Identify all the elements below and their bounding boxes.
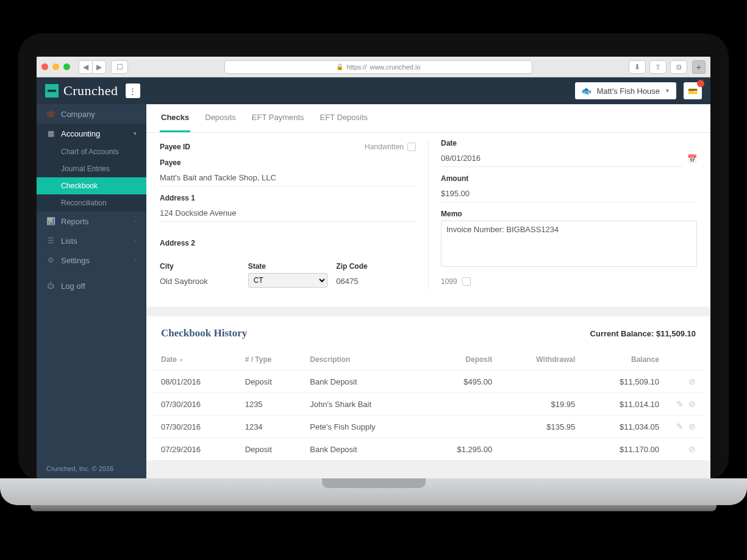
sidebar-item-label: Log off — [61, 282, 85, 291]
sidebar-sub-journal-entries[interactable]: Journal Entries — [37, 160, 146, 177]
tab-eft-payments[interactable]: EFT Payments — [251, 104, 306, 132]
void-icon[interactable]: ⊘ — [688, 422, 696, 431]
sidebar-item-lists[interactable]: ☰ Lists ‹ — [37, 231, 146, 250]
cell-balance: $11,014.10 — [584, 393, 668, 416]
date-field[interactable]: 08/01/2016 — [441, 150, 682, 167]
cell-withdrawal — [501, 370, 584, 393]
cell-balance: $11,034.05 — [584, 416, 668, 438]
sidebar-item-settings[interactable]: ⚙ Settings ‹ — [37, 250, 146, 270]
tab-checks[interactable]: Checks — [160, 104, 190, 132]
cell-deposit: $495.00 — [423, 370, 501, 393]
cell-desc: Bank Deposit — [301, 438, 423, 461]
tab-deposits[interactable]: Deposits — [204, 104, 237, 132]
1099-label: 1099 — [441, 277, 457, 286]
cell-numtype: 1235 — [237, 393, 302, 416]
amount-field[interactable]: $195.00 — [441, 185, 697, 202]
zoom-icon[interactable] — [63, 63, 70, 70]
table-row[interactable]: 07/30/20161235John's Shark Bait$19.95$11… — [152, 393, 704, 416]
grid-icon: ▦ — [46, 129, 55, 138]
col-date[interactable]: Date▼ — [152, 349, 237, 370]
col-deposit[interactable]: Deposit — [423, 349, 501, 370]
col-desc[interactable]: Description — [301, 349, 423, 370]
nav-back-forward[interactable]: ◀ ▶ — [79, 60, 106, 74]
zip-label: Zip Code — [336, 262, 416, 271]
account-card-button[interactable]: 💳 — [684, 82, 702, 99]
state-select[interactable]: CT — [248, 273, 328, 288]
calendar-icon[interactable]: 📅 — [682, 151, 697, 167]
address1-field[interactable]: 124 Dockside Avenue — [160, 205, 416, 222]
sidebar-toggle-button[interactable]: ☐ — [111, 60, 128, 74]
new-tab-button[interactable]: + — [692, 60, 706, 74]
sidebar-item-label: Settings — [61, 256, 90, 265]
window-controls[interactable] — [41, 63, 70, 70]
address-bar[interactable]: 🔒 https://www.crunched.io — [224, 60, 532, 74]
cell-balance: $11,509.10 — [584, 370, 668, 393]
checkbox-icon[interactable] — [407, 143, 416, 151]
city-field[interactable]: Old Saybrook — [160, 273, 240, 289]
fish-icon: 🐟 — [581, 86, 592, 96]
zip-field[interactable]: 06475 — [336, 273, 416, 289]
sidebar-sub-chart-of-accounts[interactable]: Chart of Accounts — [37, 143, 146, 160]
table-row[interactable]: 07/30/20161234Pete's Fish Supply$135.95$… — [152, 416, 704, 438]
sidebar-item-reports[interactable]: 📊 Reports ‹ — [37, 211, 146, 231]
current-balance: Current Balance: $11,509.10 — [590, 329, 696, 338]
sidebar-sub-checkbook[interactable]: Checkbook — [37, 177, 146, 194]
void-icon[interactable]: ⊘ — [688, 377, 696, 386]
sidebar-item-company[interactable]: 💼 Company — [37, 104, 146, 124]
checkbox-icon[interactable] — [462, 277, 471, 286]
table-row[interactable]: 07/29/2016DepositBank Deposit$1,295.00$1… — [152, 438, 704, 461]
company-switcher[interactable]: 🐟 Matt's Fish House ▼ — [575, 82, 676, 99]
void-icon[interactable]: ⊘ — [688, 399, 696, 409]
back-button[interactable]: ◀ — [79, 60, 92, 74]
close-icon[interactable] — [41, 63, 48, 70]
lock-icon: 🔒 — [336, 63, 343, 70]
edit-icon[interactable]: ✎ — [676, 422, 684, 431]
edit-icon[interactable]: ✎ — [676, 399, 684, 409]
cell-deposit — [423, 416, 501, 438]
handwritten-label: Handwritten — [365, 143, 404, 151]
sidebar-item-accounting[interactable]: ▦ Accounting ▾ — [37, 124, 146, 143]
address2-label: Address 2 — [160, 239, 416, 247]
tab-bar: Checks Deposits EFT Payments EFT Deposit… — [146, 104, 710, 133]
power-icon: ⏻ — [46, 282, 55, 290]
card-icon: 💳 — [688, 87, 698, 96]
col-numtype[interactable]: # / Type — [237, 349, 302, 370]
payee-label: Payee — [160, 158, 416, 167]
table-row[interactable]: 08/01/2016DepositBank Deposit$495.00$11,… — [152, 370, 704, 393]
memo-field[interactable]: Invoice Number: BIGBASS1234 — [441, 221, 697, 267]
cell-numtype: Deposit — [237, 370, 302, 393]
tab-label: EFT Deposits — [320, 113, 368, 122]
chart-icon: 📊 — [46, 217, 55, 225]
sidebar-item-label: Accounting — [61, 129, 100, 138]
brand-name: Crunched — [63, 83, 118, 99]
sidebar-item-logoff[interactable]: ⏻ Log off — [37, 276, 146, 296]
col-balance[interactable]: Balance — [584, 349, 668, 370]
date-label: Date — [441, 139, 697, 147]
browser-toolbar: ◀ ▶ ☐ 🔒 https://www.crunched.io ⬇ ⇪ ⧉ + — [37, 57, 710, 77]
cell-withdrawal — [501, 438, 584, 461]
history-title: Checkbook History — [161, 327, 247, 339]
void-icon[interactable]: ⊘ — [688, 444, 696, 454]
sidebar-sub-label: Checkbook — [61, 182, 98, 190]
cell-date: 07/29/2016 — [152, 438, 237, 461]
payee-field[interactable]: Matt's Bait and Tackle Shop, LLC — [160, 169, 416, 186]
cell-numtype: 1234 — [237, 416, 302, 438]
tabs-button[interactable]: ⧉ — [670, 60, 687, 74]
app-header: Crunched ⋮ 🐟 Matt's Fish House ▼ 💳 — [37, 77, 710, 104]
tab-eft-deposits[interactable]: EFT Deposits — [319, 104, 370, 132]
sort-desc-icon: ▼ — [179, 358, 184, 363]
forward-button[interactable]: ▶ — [92, 60, 106, 74]
minimize-icon[interactable] — [52, 63, 59, 70]
handwritten-toggle[interactable]: Handwritten — [365, 143, 416, 151]
amount-label: Amount — [441, 174, 697, 183]
1099-toggle[interactable]: 1099 — [441, 277, 697, 286]
brand-logo[interactable]: Crunched — [45, 83, 118, 99]
col-withdrawal[interactable]: Withdrawal — [501, 349, 584, 370]
menu-toggle-button[interactable]: ⋮ — [126, 83, 140, 98]
downloads-button[interactable]: ⬇ — [629, 60, 646, 74]
gear-icon: ⚙ — [46, 256, 55, 264]
share-button[interactable]: ⇪ — [649, 60, 667, 74]
chevron-left-icon: ‹ — [135, 218, 137, 224]
tab-label: Checks — [161, 113, 189, 122]
sidebar-sub-reconciliation[interactable]: Reconciliation — [37, 194, 146, 211]
